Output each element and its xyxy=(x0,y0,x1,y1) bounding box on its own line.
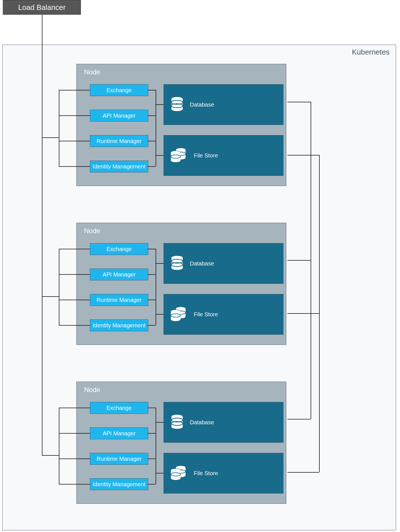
connector-horizontal xyxy=(59,90,90,90)
database-box: Database xyxy=(164,84,283,125)
load-balancer-label: Load Balancer xyxy=(18,3,66,12)
database-box: Database xyxy=(164,243,283,284)
store-label: File Store xyxy=(194,470,218,477)
connector-horizontal xyxy=(59,300,90,300)
connector-horizontal xyxy=(59,325,90,326)
connector-vertical xyxy=(311,102,311,419)
service-box: Runtime Manager xyxy=(90,135,148,147)
connector-horizontal xyxy=(148,141,156,141)
service-box: API Manager xyxy=(90,110,148,122)
service-label: Exchange xyxy=(107,405,132,411)
service-label: Exchange xyxy=(107,87,132,94)
connector-vertical xyxy=(156,249,156,325)
service-box: Exchange xyxy=(90,243,148,255)
connector-horizontal xyxy=(148,249,156,249)
connector-horizontal xyxy=(148,459,156,459)
connector-horizontal xyxy=(59,115,90,116)
connector-horizontal xyxy=(59,484,90,485)
file-store-box: File Store xyxy=(164,135,283,176)
connector-horizontal xyxy=(287,472,319,473)
connector-horizontal xyxy=(287,155,319,155)
file-store-icon xyxy=(171,306,188,322)
connector-horizontal xyxy=(59,249,90,249)
connector-horizontal xyxy=(148,408,156,408)
file-store-icon xyxy=(171,148,188,163)
connector-horizontal xyxy=(156,422,164,423)
connector-vertical xyxy=(156,408,156,484)
store-label: File Store xyxy=(194,152,218,159)
connector-horizontal xyxy=(42,455,59,456)
connector-horizontal xyxy=(148,433,156,434)
database-icon xyxy=(171,414,184,430)
connector-horizontal xyxy=(59,141,90,141)
connector-horizontal xyxy=(148,300,156,300)
connector-horizontal xyxy=(287,313,319,314)
connector-horizontal xyxy=(287,102,311,102)
service-box: Exchange xyxy=(90,402,148,414)
service-box: Runtime Manager xyxy=(90,294,148,306)
svg-point-6 xyxy=(171,151,180,154)
connector-horizontal xyxy=(287,419,311,419)
database-box: Database xyxy=(164,402,283,443)
connector-horizontal xyxy=(156,314,164,315)
service-label: Runtime Manager xyxy=(97,456,142,462)
connector-horizontal xyxy=(148,90,156,90)
connector-vertical xyxy=(59,90,59,166)
connector-horizontal xyxy=(156,155,164,156)
service-label: Identity Management xyxy=(93,481,146,488)
file-store-box: File Store xyxy=(164,453,283,494)
database-icon xyxy=(171,97,184,113)
connector-horizontal xyxy=(156,104,164,105)
connector-horizontal xyxy=(59,274,90,275)
connector-vertical xyxy=(42,45,42,455)
connector-horizontal xyxy=(148,115,156,116)
node-title: Node xyxy=(84,68,100,76)
load-balancer: Load Balancer xyxy=(3,0,81,15)
connector-horizontal xyxy=(156,263,164,264)
store-label: Database xyxy=(190,260,214,267)
connector-horizontal xyxy=(148,166,156,167)
connector-horizontal xyxy=(287,260,311,261)
kubernetes-title: Kubernetes xyxy=(352,48,390,57)
connector-horizontal xyxy=(59,433,90,434)
service-label: API Manager xyxy=(103,430,136,437)
connector-horizontal xyxy=(59,459,90,459)
connector-horizontal xyxy=(42,296,59,297)
service-label: API Manager xyxy=(103,271,136,278)
service-box: Identity Management xyxy=(90,319,148,331)
file-store-icon xyxy=(171,465,188,481)
svg-point-14 xyxy=(171,310,180,313)
connector-horizontal xyxy=(156,473,164,473)
service-label: Runtime Manager xyxy=(97,138,142,144)
service-box: Identity Management xyxy=(90,161,148,172)
connector-vertical xyxy=(59,249,59,325)
service-label: Identity Management xyxy=(93,163,146,170)
service-box: Identity Management xyxy=(90,478,148,490)
connector-horizontal xyxy=(42,137,59,138)
service-label: Identity Management xyxy=(93,322,146,329)
service-box: API Manager xyxy=(90,427,148,439)
store-label: File Store xyxy=(194,311,218,318)
store-label: Database xyxy=(190,419,214,426)
service-box: API Manager xyxy=(90,269,148,280)
service-label: Runtime Manager xyxy=(97,297,142,303)
service-label: Exchange xyxy=(107,246,132,252)
service-box: Runtime Manager xyxy=(90,453,148,465)
service-label: API Manager xyxy=(103,113,136,119)
connector-horizontal xyxy=(148,274,156,275)
service-box: Exchange xyxy=(90,84,148,96)
node-title: Node xyxy=(84,227,100,235)
svg-point-22 xyxy=(171,469,180,472)
connector-vertical xyxy=(319,155,320,472)
database-icon xyxy=(171,256,184,271)
store-label: Database xyxy=(190,101,214,108)
connector-horizontal xyxy=(59,408,90,408)
connector-horizontal xyxy=(59,166,90,167)
connector-vertical xyxy=(156,90,156,166)
node-title: Node xyxy=(84,386,100,394)
connector-vertical xyxy=(59,408,59,484)
file-store-box: File Store xyxy=(164,294,283,335)
connector-horizontal xyxy=(148,325,156,326)
connector-horizontal xyxy=(148,484,156,485)
